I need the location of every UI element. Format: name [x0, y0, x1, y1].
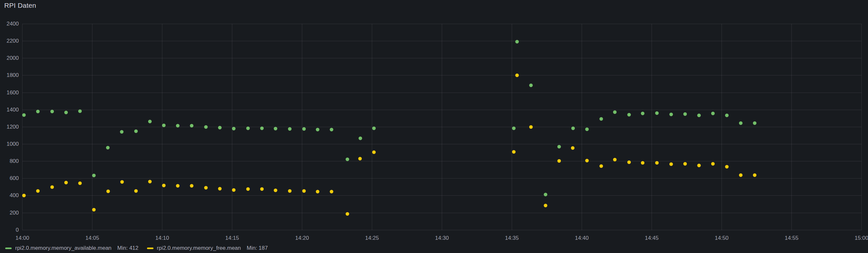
data-point[interactable] [641, 111, 645, 115]
data-point[interactable] [515, 73, 519, 77]
data-point[interactable] [288, 189, 291, 192]
data-point[interactable] [51, 110, 54, 113]
data-point[interactable] [345, 158, 349, 161]
data-point[interactable] [544, 204, 547, 207]
data-point[interactable] [698, 164, 701, 167]
data-point[interactable] [557, 145, 561, 148]
data-point[interactable] [260, 187, 264, 191]
data-point[interactable] [204, 186, 208, 189]
v-gridline [302, 24, 302, 230]
data-point[interactable] [739, 121, 743, 125]
data-point[interactable] [698, 113, 701, 117]
data-point[interactable] [669, 112, 673, 116]
data-point[interactable] [302, 189, 306, 192]
data-point[interactable] [302, 127, 306, 131]
data-point[interactable] [22, 193, 26, 197]
data-point[interactable] [232, 127, 236, 131]
data-point[interactable] [512, 126, 516, 130]
data-point[interactable] [232, 188, 236, 192]
data-point[interactable] [36, 189, 39, 193]
y-axis-tick-label: 1400 [2, 107, 19, 113]
data-point[interactable] [106, 189, 110, 193]
data-point[interactable] [22, 113, 26, 117]
data-point[interactable] [585, 159, 589, 162]
data-point[interactable] [274, 188, 277, 192]
data-point[interactable] [79, 109, 82, 113]
data-point[interactable] [627, 160, 631, 164]
data-point[interactable] [92, 174, 95, 177]
data-point[interactable] [683, 162, 687, 166]
legend-label[interactable]: rpi2.0.memory.memory_free.mean [157, 245, 241, 251]
data-point[interactable] [739, 173, 743, 177]
data-point[interactable] [345, 212, 349, 216]
data-point[interactable] [599, 165, 603, 168]
data-point[interactable] [260, 126, 264, 130]
data-point[interactable] [316, 128, 319, 132]
data-point[interactable] [176, 184, 180, 188]
data-point[interactable] [218, 126, 221, 129]
data-point[interactable] [641, 161, 645, 165]
data-point[interactable] [683, 112, 687, 116]
data-point[interactable] [246, 126, 250, 130]
data-point[interactable] [148, 119, 152, 123]
data-point[interactable] [64, 111, 68, 114]
data-point[interactable] [571, 126, 575, 130]
data-point[interactable] [316, 190, 319, 193]
data-point[interactable] [711, 112, 715, 115]
data-point[interactable] [148, 180, 152, 184]
data-point[interactable] [190, 184, 193, 188]
data-point[interactable] [246, 187, 250, 191]
data-point[interactable] [359, 136, 362, 140]
data-point[interactable] [529, 84, 533, 87]
data-point[interactable] [106, 146, 110, 149]
y-axis-tick-label: 2000 [2, 55, 19, 61]
data-point[interactable] [330, 190, 334, 193]
data-point[interactable] [725, 113, 728, 117]
legend-item-memory-free[interactable]: rpi2.0.memory.memory_free.mean Min: 187 [147, 245, 268, 251]
data-point[interactable] [655, 111, 658, 115]
data-point[interactable] [176, 124, 179, 127]
data-point[interactable] [120, 180, 124, 184]
data-point[interactable] [558, 159, 561, 162]
data-point[interactable] [134, 129, 137, 133]
data-point[interactable] [36, 110, 40, 113]
data-point[interactable] [372, 126, 376, 130]
v-gridline [721, 24, 722, 230]
data-point[interactable] [753, 121, 756, 125]
data-point[interactable] [613, 158, 616, 161]
data-point[interactable] [218, 187, 221, 190]
data-point[interactable] [599, 117, 603, 120]
data-point[interactable] [669, 162, 673, 166]
data-point[interactable] [613, 110, 616, 114]
data-point[interactable] [134, 189, 137, 192]
data-point[interactable] [372, 150, 376, 154]
data-point[interactable] [515, 40, 519, 44]
data-point[interactable] [190, 124, 193, 127]
data-point[interactable] [79, 181, 82, 185]
data-point[interactable] [753, 173, 756, 177]
data-point[interactable] [627, 113, 631, 117]
data-point[interactable] [358, 157, 362, 160]
legend-label[interactable]: rpi2.0.memory.memory_available.mean [15, 245, 112, 251]
data-point[interactable] [529, 125, 533, 129]
data-point[interactable] [725, 165, 728, 168]
data-point[interactable] [330, 128, 334, 132]
data-point[interactable] [512, 150, 516, 154]
data-point[interactable] [544, 193, 547, 196]
data-point[interactable] [162, 124, 166, 127]
data-point[interactable] [51, 185, 54, 189]
data-point[interactable] [571, 146, 575, 150]
data-point[interactable] [64, 181, 68, 184]
data-point[interactable] [711, 162, 715, 166]
data-point[interactable] [585, 128, 589, 131]
legend-item-memory-available[interactable]: rpi2.0.memory.memory_available.mean Min:… [5, 245, 138, 251]
data-point[interactable] [274, 126, 277, 130]
data-point[interactable] [288, 127, 291, 131]
plot-area[interactable]: 0200400600800100012001400160018002000220… [0, 0, 868, 253]
data-point[interactable] [162, 184, 166, 187]
data-point[interactable] [204, 125, 208, 129]
data-point[interactable] [92, 208, 95, 211]
x-axis-tick-label: 14:05 [78, 235, 107, 241]
data-point[interactable] [120, 130, 124, 134]
data-point[interactable] [655, 161, 658, 165]
